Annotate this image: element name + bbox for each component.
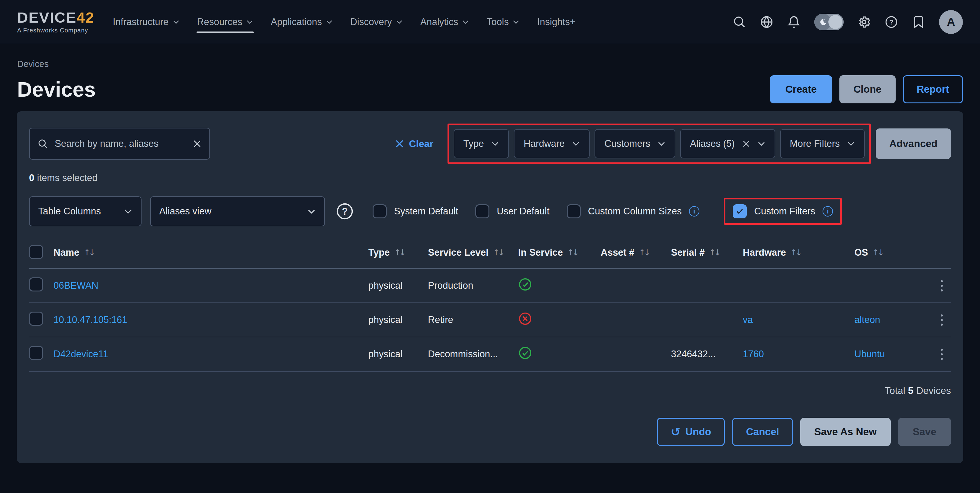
create-button[interactable]: Create: [770, 75, 832, 104]
sort-icon[interactable]: ↑↓: [567, 248, 577, 257]
remove-filter-icon[interactable]: [742, 140, 750, 148]
view-select-dropdown[interactable]: Aliases view: [150, 196, 325, 226]
user-avatar[interactable]: A: [939, 10, 963, 34]
report-button[interactable]: Report: [903, 75, 963, 104]
cell-os[interactable]: alteon: [854, 314, 932, 325]
chevron-down-icon: [572, 141, 580, 146]
in-service-yes-icon: [518, 346, 532, 360]
checkbox-unchecked[interactable]: [567, 204, 581, 219]
column-header-hardware[interactable]: Hardware↑↓: [743, 247, 854, 258]
column-header-serial[interactable]: Serial #↑↓: [671, 247, 743, 258]
cancel-button[interactable]: Cancel: [732, 418, 792, 446]
table-columns-dropdown[interactable]: Table Columns: [29, 196, 142, 226]
help-icon[interactable]: ?: [885, 15, 898, 29]
filter-more-filters[interactable]: More Filters: [780, 129, 865, 158]
toggle-knob: [828, 15, 842, 29]
clear-filters-button[interactable]: Clear: [395, 138, 433, 150]
checkbox-unchecked[interactable]: [475, 204, 489, 219]
checkbox-unchecked[interactable]: [372, 204, 387, 219]
device-name-link[interactable]: 06BEWAN: [54, 280, 368, 291]
info-icon[interactable]: i: [822, 206, 833, 217]
sort-icon[interactable]: ↑↓: [394, 248, 404, 257]
checkbox-checked[interactable]: [733, 204, 747, 219]
card-actions: ↺Undo Cancel Save As New Save: [29, 418, 951, 446]
nav-item-infrastructure[interactable]: Infrastructure: [113, 0, 180, 44]
save-button[interactable]: Save: [898, 418, 951, 446]
filter-aliases[interactable]: Aliases (5): [680, 129, 775, 158]
clear-search-icon[interactable]: [193, 139, 202, 148]
column-header-type[interactable]: Type↑↓: [368, 247, 428, 258]
chevron-down-icon: [396, 20, 402, 24]
sort-icon[interactable]: ↑↓: [638, 248, 649, 257]
nav-item-tools[interactable]: Tools: [487, 0, 519, 44]
select-all-checkbox[interactable]: [29, 245, 43, 259]
filter-hardware[interactable]: Hardware: [514, 129, 590, 158]
column-header-name[interactable]: Name↑↓: [54, 247, 368, 258]
help-circle-icon[interactable]: ?: [336, 203, 354, 220]
search-icon[interactable]: [733, 15, 746, 29]
cell-os[interactable]: Ubuntu: [854, 349, 932, 360]
nav-item-discovery[interactable]: Discovery: [350, 0, 402, 44]
table-row: 06BEWAN physical Production: [29, 269, 951, 303]
search-box[interactable]: [29, 128, 210, 160]
nav-item-resources[interactable]: Resources: [197, 0, 253, 44]
breadcrumb[interactable]: Devices: [17, 59, 963, 69]
chevron-down-icon: [491, 141, 499, 146]
chevron-down-icon: [657, 141, 665, 146]
sort-icon[interactable]: ↑↓: [709, 248, 719, 257]
row-menu-kebab-icon[interactable]: [939, 313, 945, 327]
info-icon[interactable]: i: [689, 206, 699, 217]
sort-icon[interactable]: ↑↓: [493, 248, 503, 257]
sort-icon[interactable]: ↑↓: [872, 248, 883, 257]
top-nav: DEVICE42 A Freshworks Company Infrastruc…: [0, 0, 980, 44]
row-checkbox[interactable]: [29, 278, 43, 292]
device-name-link[interactable]: D42device11: [54, 349, 368, 360]
device-name-link[interactable]: 10.10.47.105:161: [54, 314, 368, 325]
filters-annotation-box: Type Hardware Customers Aliases (5) More…: [447, 124, 871, 164]
in-service-no-icon: [518, 312, 532, 326]
cell-service-level: Retire: [428, 314, 518, 325]
row-checkbox[interactable]: [29, 346, 43, 360]
cell-type: physical: [368, 280, 428, 291]
advanced-button[interactable]: Advanced: [876, 128, 951, 159]
column-header-in-service[interactable]: In Service↑↓: [518, 247, 601, 258]
settings-gear-icon[interactable]: [858, 15, 871, 29]
search-icon: [38, 139, 48, 149]
checkbox-custom-filters[interactable]: Custom Filters i: [733, 204, 833, 219]
cell-serial: 3246432...: [671, 349, 743, 360]
chevron-down-icon: [757, 141, 765, 146]
save-as-new-button[interactable]: Save As New: [800, 418, 891, 446]
table-row: D42device11 physical Decommission... 324…: [29, 337, 951, 372]
bookmark-icon[interactable]: [912, 15, 925, 29]
filter-customers[interactable]: Customers: [595, 129, 675, 158]
view-checkboxes: System Default User Default Custom Colum…: [372, 198, 842, 225]
search-input[interactable]: [55, 138, 186, 149]
page-actions: Create Clone Report: [770, 75, 963, 104]
checkbox-custom-column-sizes[interactable]: Custom Column Sizes i: [567, 204, 700, 219]
dark-mode-toggle[interactable]: [815, 14, 844, 30]
chevron-down-icon: [307, 209, 316, 214]
column-header-asset[interactable]: Asset #↑↓: [601, 247, 671, 258]
row-checkbox[interactable]: [29, 312, 43, 326]
nav-item-analytics[interactable]: Analytics: [420, 0, 469, 44]
row-menu-kebab-icon[interactable]: [939, 347, 945, 362]
table-header-row: Name↑↓ Type↑↓ Service Level↑↓ In Service…: [29, 237, 951, 269]
undo-button[interactable]: ↺Undo: [657, 418, 725, 446]
checkbox-system-default[interactable]: System Default: [372, 204, 458, 219]
device42-logo[interactable]: DEVICE42 A Freshworks Company: [17, 10, 94, 34]
devices-table: Name↑↓ Type↑↓ Service Level↑↓ In Service…: [29, 237, 951, 372]
nav-item-applications[interactable]: Applications: [271, 0, 332, 44]
sort-icon[interactable]: ↑↓: [790, 248, 800, 257]
checkbox-user-default[interactable]: User Default: [475, 204, 549, 219]
filter-type[interactable]: Type: [453, 129, 509, 158]
column-header-service-level[interactable]: Service Level↑↓: [428, 247, 518, 258]
column-header-os[interactable]: OS↑↓: [854, 247, 932, 258]
globe-icon[interactable]: [760, 15, 773, 29]
sort-icon[interactable]: ↑↓: [83, 248, 94, 257]
notifications-bell-icon[interactable]: [787, 15, 800, 29]
nav-item-insights[interactable]: Insights+: [537, 0, 575, 44]
cell-hardware[interactable]: va: [743, 314, 854, 325]
clone-button[interactable]: Clone: [839, 75, 896, 104]
cell-hardware[interactable]: 1760: [743, 349, 854, 360]
row-menu-kebab-icon[interactable]: [939, 278, 945, 293]
